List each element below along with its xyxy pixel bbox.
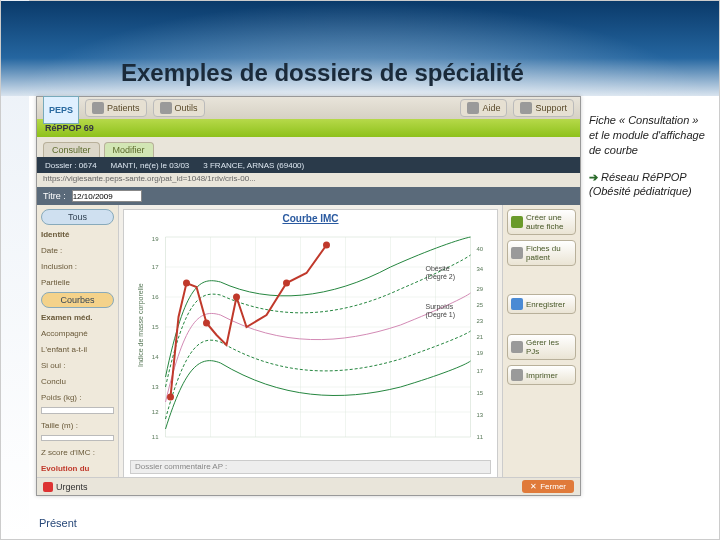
courbes-button[interactable]: Courbes [41, 292, 114, 308]
patient-fiches-button[interactable]: Fiches du patient [507, 240, 576, 266]
svg-text:17: 17 [152, 264, 159, 270]
right-pane: Créer une autre fiche Fiches du patient … [502, 205, 580, 495]
svg-text:40: 40 [477, 246, 484, 252]
support-button[interactable]: Support [513, 99, 574, 117]
partielle-label: Partielle [41, 276, 114, 289]
tools-icon [160, 102, 172, 114]
annotation-text: Fiche « Consultation » et le module d'af… [589, 113, 709, 158]
evo-label: Evolution du [41, 462, 114, 475]
arrow-icon: ➔ [589, 171, 598, 183]
zimc-label: Z score d'IMC : [41, 446, 114, 459]
manage-pj-button[interactable]: Gérer les PJs [507, 334, 576, 360]
svg-text:Surpoids: Surpoids [426, 303, 454, 311]
patient-info-bar: Dossier : 0674 MANTI, né(e) le 03/03 3 F… [37, 157, 580, 173]
titre-label: Titre : [43, 191, 66, 201]
svg-text:15: 15 [477, 390, 484, 396]
url-bar: https://vigiesante.peps-sante.org/pat_id… [37, 173, 580, 187]
poids-label: Poids (kg) : [41, 391, 114, 404]
save-button[interactable]: Enregistrer [507, 294, 576, 314]
identite-heading: Identité [41, 228, 114, 241]
svg-text:15: 15 [152, 324, 159, 330]
svg-text:Obésité: Obésité [426, 265, 450, 272]
inclusion-label: Inclusion : [41, 260, 114, 273]
print-button[interactable]: Imprimer [507, 365, 576, 385]
urgents-button[interactable]: Urgents [43, 482, 88, 492]
svg-text:29: 29 [477, 286, 484, 292]
svg-text:(Degré 2): (Degré 2) [426, 273, 456, 281]
annotation-box: Fiche « Consultation » et le module d'af… [589, 113, 709, 199]
bmi-chart: 1112 1314 1516 1719 111315 171921 232529… [124, 227, 497, 457]
svg-text:Indice de masse corporelle: Indice de masse corporelle [137, 283, 145, 367]
poids-field[interactable] [41, 407, 114, 414]
patient-address: 3 FRANCE, ARNAS (69400) [203, 161, 304, 170]
svg-text:19: 19 [477, 350, 484, 356]
svg-text:11: 11 [477, 434, 484, 440]
slide-title: Exemples de dossiers de spécialité [121, 59, 524, 87]
print-icon [511, 369, 523, 381]
help-icon [467, 102, 479, 114]
conclu-label: Conclu [41, 375, 114, 388]
support-icon [520, 102, 532, 114]
app-topbar: PEPS Patients Outils Aide Support [37, 97, 580, 119]
svg-text:25: 25 [477, 302, 484, 308]
close-icon: ✕ [530, 482, 537, 491]
aide-button[interactable]: Aide [460, 99, 507, 117]
titre-input[interactable] [72, 190, 142, 202]
svg-text:34: 34 [477, 266, 484, 272]
svg-point-38 [234, 295, 239, 300]
annotation-network: Réseau RéPPOP (Obésité pédiatrique) [589, 171, 692, 198]
present-label: Présent [39, 517, 77, 529]
tab-modifier[interactable]: Modifier [104, 142, 154, 157]
svg-text:12: 12 [152, 409, 159, 415]
svg-text:23: 23 [477, 318, 484, 324]
close-button[interactable]: ✕Fermer [522, 480, 574, 493]
svg-text:21: 21 [477, 334, 484, 340]
attach-icon [511, 341, 523, 353]
svg-text:16: 16 [152, 294, 159, 300]
tabstrip: Consulter Modifier [37, 137, 580, 157]
svg-text:13: 13 [152, 384, 159, 390]
app-footer: Urgents ✕Fermer [37, 477, 580, 495]
left-sidebar: Tous Identité Date : Inclusion : Partiel… [37, 205, 119, 495]
folder-icon [92, 102, 104, 114]
patient-name: MANTI, né(e) le 03/03 [111, 161, 190, 170]
tous-pill[interactable]: Tous [41, 209, 114, 225]
svg-point-37 [204, 321, 209, 326]
taille-field[interactable] [41, 435, 114, 442]
sioui-label: Si oui : [41, 359, 114, 372]
list-icon [511, 247, 523, 259]
titre-row: Titre : [37, 187, 580, 205]
enfant-label: L'enfant a-t-il [41, 343, 114, 356]
peps-logo: PEPS [43, 96, 79, 124]
dossier-id: Dossier : 0674 [45, 161, 97, 170]
network-bar: RéPPOP 69 [37, 119, 580, 137]
app-window: PEPS Patients Outils Aide Support RéPPOP… [36, 96, 581, 496]
taille-label: Taille (m) : [41, 419, 114, 432]
svg-text:17: 17 [477, 368, 484, 374]
svg-text:11: 11 [152, 434, 159, 440]
chart-pane: Courbe IMC 1112 [123, 209, 498, 491]
date-label: Date : [41, 244, 114, 257]
svg-point-35 [168, 395, 173, 400]
create-fiche-button[interactable]: Créer une autre fiche [507, 209, 576, 235]
comment-field[interactable]: Dossier commentaire AP : [130, 460, 491, 474]
chart-title: Courbe IMC [124, 210, 497, 227]
examen-heading: Examen méd. [41, 311, 114, 324]
alert-icon [43, 482, 53, 492]
svg-text:(Degré 1): (Degré 1) [426, 311, 456, 319]
tab-consulter[interactable]: Consulter [43, 142, 100, 157]
svg-point-40 [324, 243, 329, 248]
svg-text:19: 19 [152, 236, 159, 242]
svg-text:13: 13 [477, 412, 484, 418]
svg-point-39 [284, 281, 289, 286]
outils-button[interactable]: Outils [153, 99, 205, 117]
patients-button[interactable]: Patients [85, 99, 147, 117]
svg-point-36 [184, 281, 189, 286]
accomp-label: Accompagné [41, 327, 114, 340]
plus-icon [511, 216, 523, 228]
svg-text:14: 14 [152, 354, 159, 360]
save-icon [511, 298, 523, 310]
